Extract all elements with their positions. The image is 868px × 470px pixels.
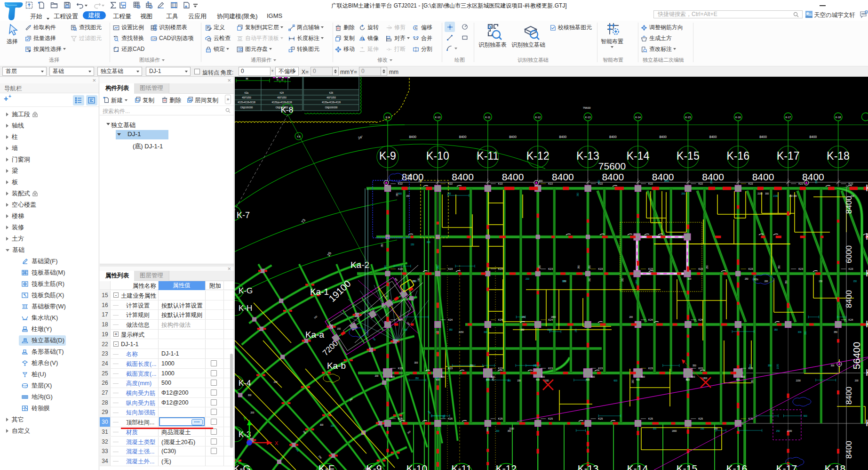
svg-text:CAD: CAD: [152, 37, 157, 40]
svg-text:2150: 2150: [796, 380, 801, 382]
svg-text:8400: 8400: [452, 171, 474, 182]
svg-text:300: 300: [577, 193, 579, 196]
svg-text:K22: K22: [648, 182, 653, 185]
svg-text:K: K: [866, 231, 868, 242]
svg-text:K: K: [866, 367, 868, 378]
svg-text:40: 40: [281, 79, 284, 81]
svg-text:KZ4: KZ4: [280, 92, 284, 94]
svg-text:600: 600: [741, 376, 745, 378]
svg-text:D: D: [487, 24, 491, 30]
svg-text:K23: K23: [648, 267, 653, 270]
svg-text:350: 350: [774, 329, 778, 331]
svg-text:250: 250: [589, 265, 591, 269]
svg-text:K23: K23: [598, 267, 603, 270]
svg-text:K-11: K-11: [477, 150, 499, 162]
svg-text:K25: K25: [698, 417, 703, 420]
svg-text:150: 150: [331, 425, 334, 427]
svg-text:300: 300: [562, 280, 566, 283]
svg-text:250: 250: [443, 415, 445, 419]
svg-text:K23: K23: [798, 267, 803, 270]
svg-text:300: 300: [798, 331, 802, 333]
svg-text:200: 200: [274, 381, 278, 383]
svg-text:8400: 8400: [759, 135, 767, 138]
svg-text:600: 600: [536, 379, 540, 381]
svg-text:Ka-1: Ka-1: [310, 287, 329, 297]
svg-text:K-16: K-16: [735, 116, 741, 119]
svg-text:250: 250: [436, 331, 439, 333]
svg-text:K-9: K-9: [386, 116, 390, 119]
svg-text:56400: 56400: [851, 342, 862, 369]
svg-text:K-14: K-14: [627, 463, 648, 470]
svg-text:KZa: KZa: [245, 92, 249, 94]
svg-text:8400: 8400: [752, 171, 774, 182]
svg-text:1800: 1800: [672, 430, 677, 432]
svg-text:250: 250: [751, 380, 754, 383]
svg-text:K22: K22: [498, 182, 503, 185]
svg-text:8400: 8400: [844, 290, 853, 308]
svg-text:600: 600: [586, 379, 590, 381]
svg-text:8400: 8400: [559, 135, 567, 138]
svg-text:K23: K23: [698, 267, 703, 270]
svg-text:C8@100/200: C8@100/200: [325, 106, 338, 109]
svg-text:600: 600: [641, 376, 645, 378]
svg-text:600: 600: [591, 376, 595, 378]
svg-text:600: 600: [804, 415, 807, 417]
svg-text:K-13: K-13: [585, 116, 591, 119]
svg-text:K-18: K-18: [825, 463, 845, 470]
svg-text:8400: 8400: [609, 135, 617, 138]
svg-text:350: 350: [693, 365, 696, 367]
svg-text:K-8: K-8: [297, 136, 301, 138]
svg-text:K-10: K-10: [426, 150, 449, 162]
svg-text:1800: 1800: [664, 180, 669, 182]
svg-text:150: 150: [575, 329, 577, 332]
svg-text:400*1050: 400*1050: [242, 97, 251, 99]
svg-text:250: 250: [492, 377, 494, 381]
svg-text:Y: Y: [243, 416, 247, 421]
svg-text:K-8: K-8: [281, 105, 293, 114]
svg-text:K23: K23: [698, 367, 703, 370]
svg-text:8400: 8400: [810, 135, 817, 138]
svg-text:K25: K25: [448, 417, 453, 420]
svg-text:300: 300: [765, 193, 769, 195]
svg-text:K-18: K-18: [836, 116, 841, 119]
svg-text:K-15: K-15: [677, 150, 700, 162]
svg-text:K-13: K-13: [576, 150, 599, 162]
svg-text:8400: 8400: [844, 441, 853, 459]
svg-text:Ka-b: Ka-b: [327, 361, 346, 371]
svg-text:350: 350: [449, 329, 453, 331]
svg-text:1800: 1800: [710, 179, 713, 184]
svg-text:250: 250: [470, 365, 474, 367]
svg-text:1800: 1800: [636, 279, 638, 284]
svg-text:8400: 8400: [602, 171, 624, 182]
svg-text:5600: 5600: [407, 175, 413, 177]
svg-text:K22: K22: [798, 182, 803, 185]
svg-text:K25: K25: [598, 417, 603, 420]
svg-text:8400: 8400: [844, 387, 853, 405]
svg-text:150: 150: [418, 278, 420, 282]
svg-text:150: 150: [819, 280, 822, 283]
svg-text:4C25(a)+4C28+5C28: 4C25(a)+4C28+5C28: [271, 101, 292, 104]
svg-text:K23: K23: [398, 267, 403, 270]
svg-text:250: 250: [776, 430, 780, 432]
svg-text:K25: K25: [548, 417, 553, 420]
svg-text:200: 200: [764, 280, 768, 283]
svg-text:75600: 75600: [583, 106, 591, 109]
svg-text:8400: 8400: [552, 171, 574, 182]
svg-text:300: 300: [320, 424, 324, 426]
svg-text:K-H: K-H: [239, 304, 252, 313]
svg-text:K-14: K-14: [635, 116, 641, 119]
svg-text:200: 200: [632, 380, 634, 383]
svg-text:150: 150: [411, 243, 414, 246]
svg-text:4C25+4C28+5C28: 4C25+4C28+5C28: [238, 101, 255, 104]
svg-text:350: 350: [789, 195, 793, 197]
svg-text:200: 200: [496, 430, 500, 432]
svg-text:250: 250: [539, 265, 541, 269]
svg-text:8400: 8400: [652, 171, 674, 182]
svg-text:8400: 8400: [409, 135, 416, 138]
svg-text:K-14: K-14: [627, 150, 650, 162]
svg-text:8400: 8400: [659, 135, 667, 138]
svg-text:200: 200: [629, 316, 633, 318]
svg-text:C8@100/200: C8@100/200: [240, 106, 253, 109]
svg-text:K24: K24: [548, 318, 553, 321]
svg-text:K: K: [866, 319, 868, 329]
